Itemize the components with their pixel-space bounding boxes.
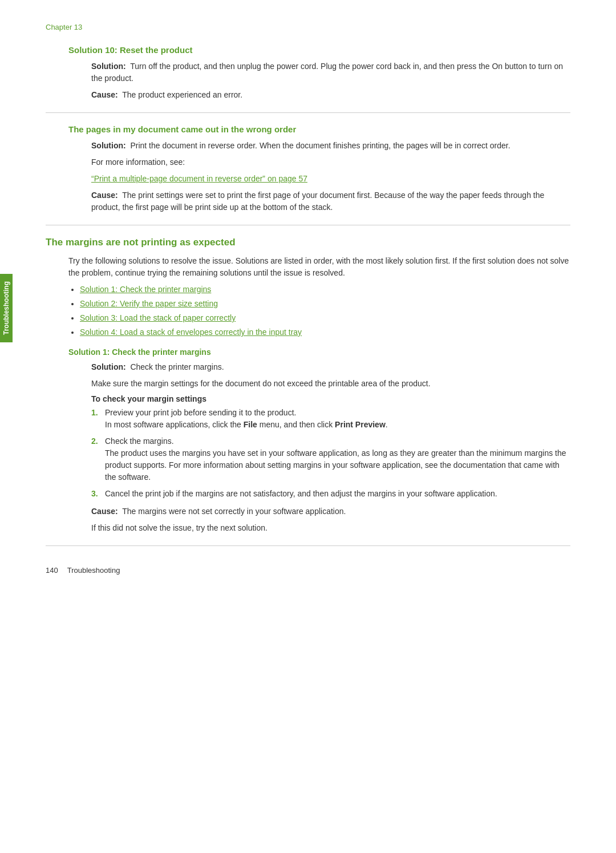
wrong-order-solution: Solution: Print the document in reverse … — [91, 140, 570, 152]
step1-main: Preview your print job before sending it… — [105, 408, 388, 429]
list-item: Solution 2: Verify the paper size settin… — [80, 298, 570, 310]
wrong-order-link-text[interactable]: “Print a multiple-page document in rever… — [91, 174, 307, 183]
wrong-order-solution-text: Print the document in reverse order. Whe… — [130, 141, 510, 150]
step-num-2: 2. — [91, 435, 100, 483]
step2-content: Check the margins. The product uses the … — [105, 435, 570, 483]
divider3 — [46, 545, 570, 546]
bullet-link-2[interactable]: Solution 2: Verify the paper size settin… — [80, 299, 218, 308]
step-num-1: 1. — [91, 407, 100, 431]
step-num-3: 3. — [91, 488, 100, 500]
solution10-cause: Cause: The product experienced an error. — [91, 89, 570, 101]
solution1-cause-text: The margins were not set correctly in yo… — [122, 507, 346, 516]
solution10-solution-label: Solution: — [91, 62, 126, 71]
step1-file-bold: File — [244, 420, 257, 429]
solution10-content: Solution: Turn off the product, and then… — [91, 60, 570, 101]
wrong-order-link: “Print a multiple-page document in rever… — [91, 173, 570, 185]
to-check-title: To check your margin settings — [91, 394, 570, 403]
page-number: 140 — [46, 566, 58, 575]
bullet-link-4[interactable]: Solution 4: Load a stack of envelopes co… — [80, 328, 302, 337]
margins-intro: Try the following solutions to resolve t… — [68, 255, 570, 279]
divider1 — [46, 112, 570, 113]
solution1-next: If this did not solve the issue, try the… — [91, 522, 570, 534]
chapter-label: Chapter 13 — [46, 23, 570, 31]
solution10-block: Solution 10: Reset the product Solution:… — [68, 45, 570, 101]
solution10-solution: Solution: Turn off the product, and then… — [91, 60, 570, 84]
wrong-order-solution-label: Solution: — [91, 141, 126, 150]
solution1-solution: Solution: Check the printer margins. — [91, 361, 570, 373]
solution10-cause-text: The product experienced an error. — [122, 90, 242, 99]
steps-list: 1. Preview your print job before sending… — [91, 407, 570, 500]
solution1-cause: Cause: The margins were not set correctl… — [91, 506, 570, 518]
solution10-cause-label: Cause: — [91, 90, 118, 99]
list-item: 2. Check the margins. The product uses t… — [91, 435, 570, 483]
solution1-cause-block: Cause: The margins were not set correctl… — [91, 506, 570, 534]
footer: 140 Troubleshooting — [46, 566, 120, 575]
margins-block: The margins are not printing as expected… — [46, 237, 570, 338]
solution1-solution-text: Check the printer margins. — [130, 362, 224, 371]
wrong-order-cause-text: The print settings were set to print the… — [91, 191, 544, 212]
wrong-order-for-more: For more information, see: — [91, 156, 570, 168]
side-tab-label: Troubleshooting — [2, 281, 10, 335]
solution10-solution-text: Turn off the product, and then unplug th… — [91, 62, 563, 83]
solution1-solution-label: Solution: — [91, 362, 126, 371]
solution10-title: Solution 10: Reset the product — [68, 45, 570, 55]
bullet-link-1[interactable]: Solution 1: Check the printer margins — [80, 285, 211, 294]
wrong-order-cause-label: Cause: — [91, 191, 118, 200]
solution1-detail: Make sure the margin settings for the do… — [91, 378, 570, 390]
margins-intro-text: Try the following solutions to resolve t… — [68, 255, 570, 279]
step3-content: Cancel the print job if the margins are … — [105, 488, 497, 500]
list-item: Solution 3: Load the stack of paper corr… — [80, 312, 570, 324]
list-item: Solution 1: Check the printer margins — [80, 284, 570, 296]
step1-content: Preview your print job before sending it… — [105, 407, 388, 431]
footer-section-label: Troubleshooting — [67, 566, 120, 575]
wrong-order-content: Solution: Print the document in reverse … — [91, 140, 570, 213]
side-tab: Troubleshooting — [0, 274, 13, 342]
wrong-order-cause: Cause: The print settings were set to pr… — [91, 189, 570, 213]
wrong-order-block: The pages in my document came out in the… — [68, 124, 570, 213]
solution1-cause-label: Cause: — [91, 507, 118, 516]
step1-print-preview-bold: Print Preview — [335, 420, 386, 429]
wrong-order-title: The pages in my document came out in the… — [68, 124, 570, 134]
solution1-content: Solution: Check the printer margins. Mak… — [91, 361, 570, 390]
list-item: Solution 4: Load a stack of envelopes co… — [80, 326, 570, 338]
divider2 — [46, 225, 570, 225]
margins-title: The margins are not printing as expected — [46, 237, 570, 248]
margins-bullets: Solution 1: Check the printer margins So… — [80, 284, 570, 338]
solution1-title: Solution 1: Check the printer margins — [68, 347, 570, 357]
solution1-block: Solution 1: Check the printer margins So… — [68, 347, 570, 534]
list-item: 1. Preview your print job before sending… — [91, 407, 570, 431]
list-item: 3. Cancel the print job if the margins a… — [91, 488, 570, 500]
bullet-link-3[interactable]: Solution 3: Load the stack of paper corr… — [80, 313, 236, 322]
